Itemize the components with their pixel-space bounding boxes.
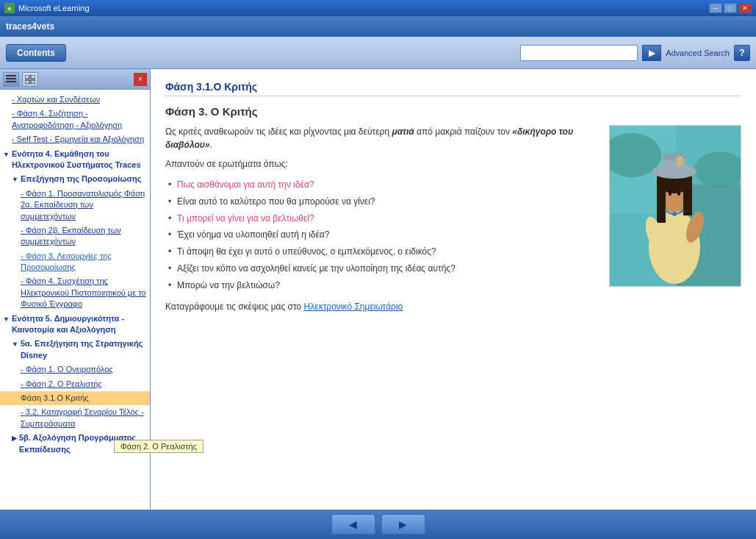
tree-item-phase2-realist[interactable]: - Φάση 2. Ο Ρεαλιστής xyxy=(0,377,150,391)
toolbar: Contents ▶ Advanced Search ? xyxy=(0,37,756,69)
section-title: Φάση 3. Ο Κριτής xyxy=(165,105,741,118)
bullet-item-5: Τι άποψη θα έχει γι αυτό ο υπεύθυνος, ο … xyxy=(165,243,597,260)
tree-item-phase4[interactable]: - Φάση 4. Συζήτηση - Ανατροφοδότηση - Αξ… xyxy=(0,107,150,132)
svg-point-20 xyxy=(676,156,683,166)
help-button[interactable]: ? xyxy=(734,45,750,61)
app-bar: traces4vets xyxy=(0,16,756,37)
search-input[interactable] xyxy=(520,45,638,61)
bullet-item-4: Έχει νόημα να υλοποιηθεί αυτή η ιδέα? xyxy=(165,226,597,243)
tree-item-phase2b[interactable]: - Φάση 2β. Εκπαίδευση των συμμετεχόντων xyxy=(0,224,150,249)
content-panel: Φάση 3.1.Ο Κριτής Φάση 3. Ο Κριτής Ως κρ… xyxy=(151,69,756,510)
svg-rect-15 xyxy=(657,179,666,223)
advanced-search-link[interactable]: Advanced Search xyxy=(666,49,730,57)
bullet-list: Πως αισθάνομαι για αυτή την ιδέα? Είναι … xyxy=(165,176,597,294)
panel-close-button[interactable]: × xyxy=(134,73,147,86)
svg-rect-5 xyxy=(25,80,29,84)
tree-item-phase3-operations[interactable]: - Φάση 3. Λειτουργίες της Προσομοίωσης xyxy=(0,249,150,275)
sub-heading: Απαντούν σε ερωτήματα όπως: xyxy=(165,159,597,169)
tree-section-unit5[interactable]: ▼ Ενότητα 5. Δημιουργικότητα - Καινοτομί… xyxy=(0,312,150,338)
bullet-item-3: Τι μπορεί να γίνει για να βελτιωθεί? xyxy=(165,210,597,227)
text-content: Ως κριτές αναθεωρούν τις ιδέες και ρίχνο… xyxy=(165,125,597,312)
tree-item-phase3-critic[interactable]: Φάση 3.1.Ο Κριτής xyxy=(0,391,150,405)
svg-point-22 xyxy=(677,191,680,196)
svg-rect-16 xyxy=(683,179,692,215)
tree-section-disney[interactable]: ▼ 5α. Επεξήγηση της Στρατηγικής Disney xyxy=(0,337,150,363)
intro-paragraph: Ως κριτές αναθεωρούν τις ιδέες και ρίχνο… xyxy=(165,125,597,151)
bullet-item-6: Αξίζει τον κόπο να ασχοληθεί κανείς με τ… xyxy=(165,260,597,277)
panel-toolbar: × xyxy=(0,69,150,90)
page-title: Φάση 3.1.Ο Κριτής xyxy=(165,81,741,96)
tree-item-phase4-certificate[interactable]: - Φάση 4. Συσχέτιση της Ηλεκτρονικού Πισ… xyxy=(0,274,150,311)
svg-rect-0 xyxy=(6,75,16,76)
tree-item-selftest[interactable]: - Self Test - Ερμηνεία και Αξιολόγηση xyxy=(0,132,150,146)
close-button[interactable]: ✕ xyxy=(738,3,752,13)
tree-item-phase1-2a[interactable]: - Φάση 1. Προσανατολισμός Φάση 2α. Εκπαί… xyxy=(0,187,150,224)
svg-rect-6 xyxy=(31,80,35,84)
bottom-navigation: ◀ ▶ xyxy=(0,510,756,539)
tree-item-charts[interactable]: - Χαρτών και Συνδέσεων xyxy=(0,93,150,107)
bullet-item-7: Μπορώ να την βελτιώσω? xyxy=(165,277,597,294)
bullet-item-1: Πως αισθάνομαι για αυτή την ιδέα? xyxy=(165,176,597,193)
svg-rect-2 xyxy=(6,81,16,82)
tree-section-simulation[interactable]: ▼ Επεξήγηση της Προσομοίωσης xyxy=(0,172,150,186)
grid-view-button[interactable] xyxy=(22,72,38,87)
tooltip: Φάση 2. Ο Ρεαλιστής xyxy=(114,440,204,453)
bullet-item-2: Είναι αυτό το καλύτερο που θα μπορούσε ν… xyxy=(165,193,597,210)
search-button[interactable]: ▶ xyxy=(642,45,661,61)
main-area: × - Χαρτών και Συνδέσεων - Φάση 4. Συζήτ… xyxy=(0,69,756,510)
contents-button[interactable]: Contents xyxy=(6,44,66,62)
search-area: ▶ Advanced Search ? xyxy=(520,45,750,61)
tree-item-phase3-2[interactable]: - 3.2. Καταγραφή Σεναρίου Τέλος - Συμπερ… xyxy=(0,405,150,431)
svg-rect-3 xyxy=(25,75,29,79)
content-area: Ως κριτές αναθεωρούν τις ιδέες και ρίχνο… xyxy=(165,125,741,312)
svg-rect-4 xyxy=(31,75,35,79)
svg-point-23 xyxy=(672,212,677,216)
tree-item-phase1-dreamer[interactable]: - Φάση 1. Ο Ονειροπόλος xyxy=(0,363,150,376)
svg-rect-1 xyxy=(6,78,16,79)
list-view-button[interactable] xyxy=(3,72,19,87)
minimize-button[interactable]: ─ xyxy=(709,3,722,13)
notebook-link[interactable]: Ηλεκτρονικό Σημειωτάριο xyxy=(304,301,403,312)
maximize-button[interactable]: □ xyxy=(724,3,737,13)
character-image xyxy=(609,125,741,287)
window-title: Microsoft eLearning xyxy=(18,4,90,13)
svg-point-21 xyxy=(669,191,672,196)
tree-section-unit4[interactable]: ▼ Ενότητα 4. Εκμάθηση του Ηλεκτρονικού Σ… xyxy=(0,147,150,173)
app-icon: e xyxy=(4,3,15,13)
next-button[interactable]: ▶ xyxy=(381,514,425,535)
footer-text: Καταγράφουμε τις σκέψεις μας στο Ηλεκτρο… xyxy=(165,301,597,312)
title-bar: e Microsoft eLearning ─ □ ✕ xyxy=(0,0,756,16)
window-controls: ─ □ ✕ xyxy=(709,3,752,13)
prev-button[interactable]: ◀ xyxy=(331,514,375,535)
app-name: traces4vets xyxy=(6,21,54,32)
